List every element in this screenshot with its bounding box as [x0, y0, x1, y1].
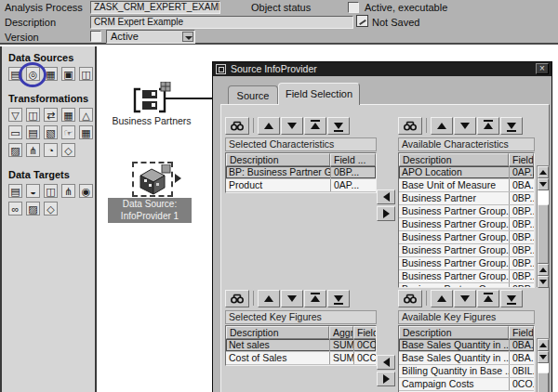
- table-row[interactable]: Business Partner Group... 0BP...: [399, 283, 534, 288]
- move-down-button[interactable]: [281, 117, 303, 135]
- hierarchy-icon[interactable]: ⋔: [26, 143, 40, 157]
- join-icon[interactable]: ◫: [26, 108, 40, 122]
- source-file-icon[interactable]: ▣: [61, 67, 75, 81]
- move-down-button[interactable]: [454, 117, 476, 135]
- column-header-description[interactable]: Description: [399, 326, 509, 339]
- column-header-description[interactable]: Description: [399, 153, 509, 166]
- move-to-top-button[interactable]: [477, 117, 499, 135]
- find-button[interactable]: [398, 290, 422, 307]
- transfer-right-button[interactable]: [377, 372, 395, 386]
- tab-field-selection[interactable]: Field Selection: [278, 83, 360, 105]
- column-header-field[interactable]: Field ...: [509, 153, 534, 166]
- table-row[interactable]: Business Partner 0BP...: [399, 192, 534, 205]
- column-header-field[interactable]: Field ...: [509, 326, 534, 339]
- version-dropdown[interactable]: Active: [106, 30, 195, 44]
- table-row[interactable]: BP: Business Partner G... 0BP...: [226, 166, 376, 179]
- target-matrix-icon[interactable]: ▨: [26, 202, 40, 216]
- analysis-process-input[interactable]: ZASK_CRM_EXPERT_EXAMPLE: [90, 1, 220, 14]
- tab-source[interactable]: Source: [228, 85, 278, 104]
- routine-icon[interactable]: ▧: [44, 125, 58, 139]
- datasource-node-selection[interactable]: [132, 162, 173, 197]
- table-row[interactable]: Base Sales Quantity in ... 0BA...: [399, 352, 534, 365]
- table-row[interactable]: Billing Quantity in Base ... 0BIL...: [399, 365, 534, 378]
- target-basket-icon[interactable]: ◇: [44, 202, 58, 216]
- grid-transform-icon[interactable]: ▦: [61, 108, 75, 122]
- table-row[interactable]: Net sales SUM 0CC...: [226, 339, 376, 352]
- transfer-left-button[interactable]: [377, 355, 395, 370]
- table-row[interactable]: Campaign Costs 0CO...: [399, 378, 534, 391]
- find-button[interactable]: [225, 290, 249, 307]
- scrollbar-track[interactable]: [538, 190, 549, 204]
- filter-icon[interactable]: ▽: [8, 108, 22, 122]
- abc-matrix-icon[interactable]: ▨: [8, 143, 22, 157]
- scroll-page-down-button[interactable]: [538, 276, 549, 288]
- column-header-aggregation[interactable]: Aggr...: [329, 326, 353, 339]
- basket-icon[interactable]: ◇: [61, 143, 75, 157]
- scroll-down-button[interactable]: [538, 178, 549, 190]
- aggregate-icon[interactable]: ▤: [26, 125, 40, 139]
- table-row[interactable]: APO Location 0AP...: [399, 166, 534, 179]
- find-button[interactable]: [225, 117, 249, 135]
- move-to-top-button[interactable]: [304, 117, 326, 135]
- scrollbar-thumb[interactable]: [538, 204, 549, 264]
- target-link-icon[interactable]: ∞: [8, 202, 22, 216]
- column-header-field[interactable]: Field ...: [330, 153, 376, 166]
- move-up-button[interactable]: [258, 117, 280, 135]
- available-key-figures-scrollbar[interactable]: [537, 338, 550, 392]
- column-header-description[interactable]: Description: [226, 326, 329, 339]
- pointer-icon[interactable]: ☞: [61, 125, 75, 139]
- table-row[interactable]: Business Partner Group... 0BP...: [399, 270, 534, 283]
- person-edit-icon[interactable]: ◔: [44, 143, 58, 157]
- transfer-left-button[interactable]: [377, 189, 395, 204]
- move-down-button[interactable]: [454, 290, 476, 307]
- target-cube-icon[interactable]: ◒: [26, 184, 40, 198]
- table-row[interactable]: Base Sales Quantity in ... 0BA...: [399, 339, 534, 352]
- merge-icon[interactable]: ⇄: [44, 108, 58, 122]
- calendar-icon[interactable]: ▦: [79, 125, 93, 139]
- move-up-button[interactable]: [431, 290, 453, 307]
- description-input[interactable]: CRM Expert Example: [90, 16, 353, 29]
- table-row[interactable]: Business Partner Group... 0BP...: [399, 244, 534, 257]
- move-to-bottom-button[interactable]: [327, 290, 350, 307]
- find-button[interactable]: [398, 117, 422, 135]
- scroll-page-up-button[interactable]: [538, 264, 549, 276]
- target-person-icon[interactable]: ◉: [79, 184, 93, 198]
- scroll-up-button[interactable]: [538, 166, 549, 178]
- datasource-node-label[interactable]: Data Source: InfoProvider 1: [108, 198, 192, 223]
- move-up-button[interactable]: [258, 290, 280, 307]
- transfer-right-button[interactable]: [377, 206, 395, 221]
- move-to-bottom-button[interactable]: [327, 117, 350, 135]
- dialog-titlebar[interactable]: Source InfoProvider ×: [213, 62, 551, 76]
- close-icon[interactable]: ×: [536, 63, 549, 74]
- source-cube-icon[interactable]: ◫: [79, 67, 93, 81]
- table-row[interactable]: Business Partner Group... 0BP...: [399, 231, 534, 244]
- scrollbar-track[interactable]: [538, 363, 549, 372]
- target-hierarchy-icon[interactable]: ⋔: [61, 184, 75, 198]
- move-up-button[interactable]: [431, 117, 453, 135]
- move-to-bottom-button[interactable]: [500, 117, 523, 135]
- business-partners-node-label[interactable]: Business Partners: [100, 115, 203, 126]
- scrollbar-thumb[interactable]: [538, 372, 549, 392]
- table-row[interactable]: Cost of Sales SUM 0CC...: [226, 352, 376, 365]
- dropdown-icon[interactable]: [182, 32, 193, 42]
- table-row[interactable]: Business Partner Group... 0BP...: [399, 257, 534, 270]
- column-header-description[interactable]: Description: [226, 153, 330, 166]
- move-to-top-button[interactable]: [304, 290, 326, 307]
- column-header-field[interactable]: Field ...: [353, 326, 377, 339]
- table-row[interactable]: Business Partner Group... 0BP...: [399, 218, 534, 231]
- scroll-down-button[interactable]: [538, 351, 549, 363]
- available-characteristics-scrollbar[interactable]: [537, 165, 550, 287]
- move-to-bottom-button[interactable]: [500, 290, 523, 307]
- projection-icon[interactable]: ▭: [8, 125, 22, 139]
- table-row[interactable]: Business Partner Group... 0BP...: [399, 205, 534, 218]
- target-file-icon[interactable]: ▤: [8, 184, 22, 198]
- move-to-top-button[interactable]: [477, 290, 499, 307]
- object-status-checkbox[interactable]: [348, 2, 359, 13]
- target-screen-icon[interactable]: ◫: [44, 184, 58, 198]
- formula-icon[interactable]: △: [79, 108, 93, 122]
- business-partners-node-icon[interactable]: [130, 82, 175, 119]
- move-down-button[interactable]: [281, 290, 303, 307]
- table-row[interactable]: Product 0AP...: [226, 179, 376, 192]
- table-row[interactable]: Base Unit of Measure 0BA...: [399, 179, 534, 192]
- version-checkbox[interactable]: [90, 31, 101, 42]
